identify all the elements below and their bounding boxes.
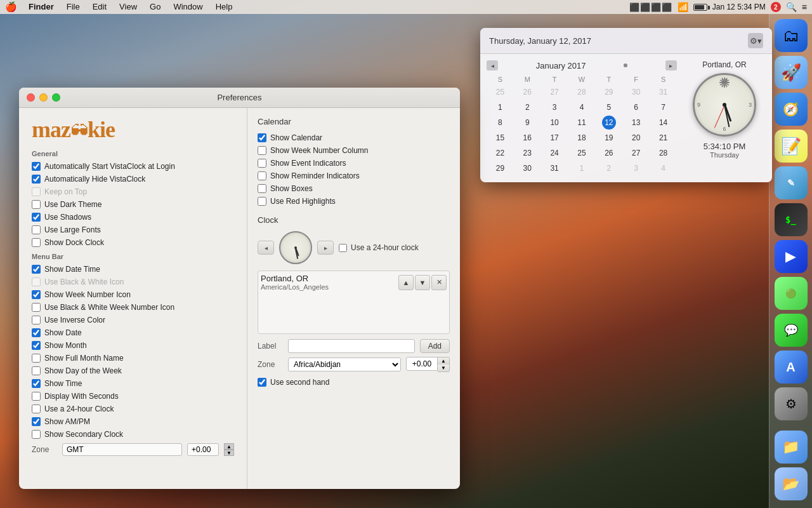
- cal-day[interactable]: 17: [547, 131, 561, 145]
- zone-down-button[interactable]: ▼: [224, 450, 234, 456]
- 24hr-clock-checkbox[interactable]: [339, 244, 347, 252]
- apple-menu[interactable]: 🍎: [5, 1, 17, 13]
- pref-ampm-checkbox[interactable]: [32, 417, 41, 426]
- cal-day[interactable]: 3: [547, 100, 561, 114]
- cal-day[interactable]: 9: [520, 116, 534, 130]
- list-icon[interactable]: ≡: [802, 2, 807, 12]
- pref-show-date-checkbox[interactable]: [32, 328, 41, 337]
- cal-day[interactable]: 30: [520, 161, 534, 175]
- cal-day[interactable]: 14: [657, 116, 671, 130]
- cal-day[interactable]: 15: [493, 131, 507, 145]
- zone-up-button[interactable]: ▲: [224, 443, 234, 450]
- pref-day-week-checkbox[interactable]: [32, 366, 41, 375]
- cal-day[interactable]: 28: [575, 85, 589, 99]
- pref-keep-top-checkbox[interactable]: [32, 187, 41, 196]
- cal-red-highlights-checkbox[interactable]: [258, 197, 266, 206]
- cal-day[interactable]: 13: [629, 116, 643, 130]
- cal-day[interactable]: 2: [520, 100, 534, 114]
- maximize-button[interactable]: [52, 93, 60, 102]
- cal-day[interactable]: 29: [493, 161, 507, 175]
- cal-day[interactable]: 28: [657, 146, 671, 160]
- dock-finder[interactable]: 🗂: [775, 19, 808, 52]
- notification-badge[interactable]: 2: [771, 2, 781, 12]
- cal-day[interactable]: 31: [547, 161, 561, 175]
- calendar-gear-button[interactable]: ⚙▾: [748, 33, 763, 48]
- dock-launchpad[interactable]: 🚀: [775, 56, 808, 89]
- help-menu[interactable]: Help: [211, 0, 238, 14]
- cal-day[interactable]: 31: [657, 85, 671, 99]
- pref-bw-week-num-checkbox[interactable]: [32, 303, 41, 312]
- cal-reminder-ind-checkbox[interactable]: [258, 171, 266, 180]
- cal-day[interactable]: 25: [493, 85, 507, 99]
- pref-secondary-clock-checkbox[interactable]: [32, 430, 41, 439]
- pref-auto-start-checkbox[interactable]: [32, 162, 41, 171]
- cal-day-today[interactable]: 12: [602, 116, 616, 130]
- cal-day[interactable]: 27: [629, 146, 643, 160]
- dock-devtools[interactable]: ✎: [775, 166, 808, 199]
- dock-notes[interactable]: 📝: [775, 130, 808, 163]
- cal-day[interactable]: 11: [575, 116, 589, 130]
- pref-full-month-checkbox[interactable]: [32, 354, 41, 363]
- wifi-icon[interactable]: 📶: [678, 2, 688, 12]
- clock-label-input[interactable]: [288, 339, 415, 353]
- pref-show-time-checkbox[interactable]: [32, 379, 41, 388]
- clock-next-button[interactable]: ▸: [317, 241, 334, 255]
- zone-offset-down[interactable]: ▼: [438, 364, 449, 371]
- minimize-button[interactable]: [39, 93, 48, 102]
- cal-day[interactable]: 23: [520, 146, 534, 160]
- cal-day[interactable]: 5: [602, 100, 616, 114]
- cal-day[interactable]: 7: [657, 100, 671, 114]
- finder-menu[interactable]: Finder: [23, 0, 59, 14]
- cal-day[interactable]: 27: [547, 85, 561, 99]
- cal-day[interactable]: 30: [629, 85, 643, 99]
- cal-day[interactable]: 21: [657, 131, 671, 145]
- dock-appstore[interactable]: A: [775, 351, 808, 384]
- pref-inverse-color-checkbox[interactable]: [32, 316, 41, 324]
- cal-day[interactable]: 29: [602, 85, 616, 99]
- calendar-prev-button[interactable]: ◂: [487, 60, 498, 70]
- cal-day[interactable]: 24: [547, 146, 561, 160]
- timezone-up-button[interactable]: ▲: [398, 275, 414, 290]
- cal-day[interactable]: 8: [493, 116, 507, 130]
- pref-large-fonts-checkbox[interactable]: [32, 225, 41, 234]
- cal-day[interactable]: 26: [602, 146, 616, 160]
- cal-day[interactable]: 25: [575, 146, 589, 160]
- dock-folder2[interactable]: 📂: [775, 467, 808, 500]
- pref-show-datetime-checkbox[interactable]: [32, 265, 41, 274]
- cal-day[interactable]: 20: [629, 131, 643, 145]
- clock-prev-button[interactable]: ◂: [258, 241, 274, 255]
- pref-display-seconds-checkbox[interactable]: [32, 392, 41, 401]
- timezone-down-button[interactable]: ▼: [415, 275, 430, 290]
- pref-show-month-checkbox[interactable]: [32, 341, 41, 350]
- pref-dock-clock-checkbox[interactable]: [32, 238, 41, 247]
- cal-event-ind-checkbox[interactable]: [258, 159, 266, 168]
- cal-day[interactable]: 2: [602, 161, 616, 175]
- cal-day[interactable]: 1: [493, 100, 507, 114]
- second-hand-checkbox[interactable]: [258, 378, 266, 387]
- cal-day[interactable]: 26: [520, 85, 534, 99]
- cal-day[interactable]: 3: [629, 161, 643, 175]
- cal-day[interactable]: 19: [602, 131, 616, 145]
- cal-day[interactable]: 4: [657, 161, 671, 175]
- cal-day[interactable]: 6: [629, 100, 643, 114]
- cal-show-calendar-checkbox[interactable]: [258, 133, 266, 142]
- go-menu[interactable]: Go: [145, 0, 166, 14]
- pref-bw-icon-checkbox[interactable]: [32, 277, 41, 286]
- dock-widget[interactable]: 🟢: [775, 277, 808, 310]
- cal-boxes-checkbox[interactable]: [258, 184, 266, 193]
- pref-24hr-checkbox[interactable]: [32, 404, 41, 413]
- cal-day[interactable]: 10: [547, 116, 561, 130]
- edit-menu[interactable]: Edit: [88, 0, 112, 14]
- zone-offset-up[interactable]: ▲: [438, 358, 449, 364]
- add-timezone-button[interactable]: Add: [420, 339, 450, 353]
- zone-select-dropdown[interactable]: Africa/Abidjan: [288, 358, 401, 371]
- dock-terminal[interactable]: $_: [775, 203, 808, 236]
- search-icon[interactable]: 🔍: [786, 2, 797, 12]
- pref-dark-theme-checkbox[interactable]: [32, 200, 41, 209]
- calendar-next-button[interactable]: ▸: [665, 60, 677, 70]
- dock-quicktime[interactable]: ▶: [775, 240, 808, 273]
- window-menu[interactable]: Window: [168, 0, 207, 14]
- cal-day[interactable]: 16: [520, 131, 534, 145]
- pref-week-num-icon-checkbox[interactable]: [32, 290, 41, 299]
- cal-week-num-col-checkbox[interactable]: [258, 146, 266, 155]
